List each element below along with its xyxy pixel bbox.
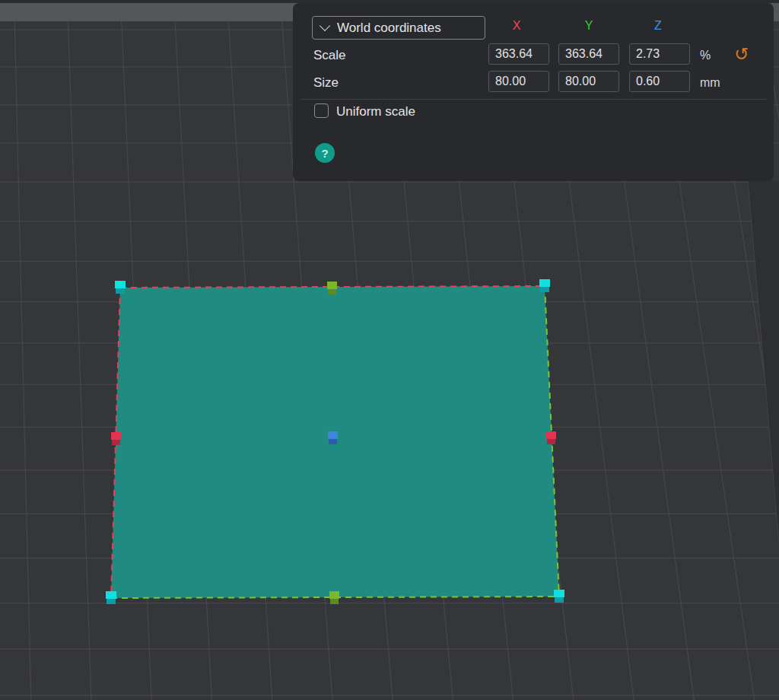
uniform-scale-label: Uniform scale — [336, 104, 415, 119]
scale-y-input[interactable] — [558, 43, 619, 65]
scale-handle-center[interactable] — [328, 431, 338, 444]
axis-header-y: Y — [585, 19, 593, 33]
reset-icon: ↺ — [734, 44, 749, 64]
scale-handle-corner-top-right[interactable] — [539, 279, 550, 292]
reset-scale-button[interactable]: ↺ — [730, 43, 753, 65]
scale-handle-y-top[interactable] — [327, 282, 337, 294]
uniform-scale-checkbox[interactable] — [314, 103, 329, 118]
help-button[interactable]: ? — [315, 143, 335, 163]
scale-row-label: Scale — [313, 48, 346, 63]
axis-header-x: X — [513, 19, 521, 33]
size-unit-label: mm — [700, 76, 720, 90]
scale-unit-label: % — [700, 49, 711, 62]
panel-divider — [300, 99, 768, 100]
scale-tool-panel: World coordinates X Y Z Scale % ↺ Size m… — [293, 3, 774, 181]
scale-z-input[interactable] — [629, 43, 690, 65]
size-y-input[interactable] — [558, 71, 619, 92]
scale-handle-x-left[interactable] — [111, 432, 121, 445]
size-row-label: Size — [313, 75, 339, 91]
scale-handle-y-bottom[interactable] — [329, 591, 339, 604]
chevron-down-icon — [320, 21, 330, 31]
scale-handle-corner-top-left[interactable] — [115, 281, 126, 294]
coordinate-system-dropdown[interactable]: World coordinates — [312, 16, 485, 40]
scale-handle-corner-bottom-left[interactable] — [106, 591, 116, 604]
size-x-input[interactable] — [488, 71, 549, 92]
axis-header-z: Z — [654, 19, 662, 33]
scale-handle-corner-bottom-right[interactable] — [554, 590, 564, 603]
scale-x-input[interactable] — [488, 43, 549, 65]
size-z-input[interactable] — [629, 71, 690, 92]
question-icon: ? — [321, 147, 328, 160]
coordinate-system-label: World coordinates — [337, 21, 441, 36]
scale-handle-x-right[interactable] — [546, 431, 556, 444]
